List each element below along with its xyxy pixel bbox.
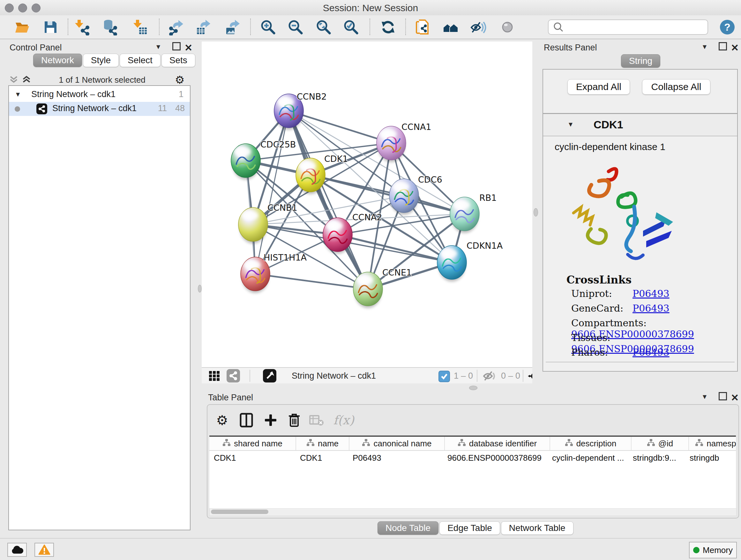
selected-checkbox-icon[interactable]: [439, 371, 450, 382]
cell-database-identifier[interactable]: 9606.ENSP00000378699: [443, 451, 548, 465]
add-column-button[interactable]: [260, 410, 281, 430]
delete-column-button[interactable]: [284, 410, 305, 430]
zoom-fit-button[interactable]: [315, 18, 333, 36]
zoom-selected-button[interactable]: [342, 18, 360, 36]
memory-button[interactable]: Memory: [689, 542, 737, 558]
section-collapse-icon[interactable]: ▾: [569, 120, 572, 129]
export-network-button[interactable]: [167, 18, 185, 36]
panel-menu-button[interactable]: ▾: [156, 42, 160, 51]
zoom-in-button[interactable]: [259, 18, 277, 36]
splitter-handle[interactable]: [469, 386, 477, 390]
network-share-icon[interactable]: [226, 369, 240, 382]
edge-CCNB2-CCNA1[interactable]: [289, 111, 391, 143]
panel-menu-button[interactable]: ▾: [703, 42, 706, 51]
node-CDKN1A[interactable]: CDKN1A: [437, 241, 503, 282]
first-neighbors-button[interactable]: [442, 18, 460, 36]
panel-float-button[interactable]: [719, 42, 727, 53]
hidden-eye-icon[interactable]: [482, 370, 496, 382]
expand-all-button[interactable]: Expand All: [567, 79, 630, 95]
import-table-from-file-button[interactable]: [131, 18, 149, 36]
panel-menu-button[interactable]: ▾: [703, 392, 706, 401]
column-header-namespace[interactable]: namespace: [689, 437, 736, 450]
cell-description[interactable]: cyclin-dependent ...: [548, 451, 628, 465]
node-CDC25B[interactable]: CDC25B: [231, 139, 296, 180]
network-row-selected[interactable]: String Network – cdk1 11 48: [9, 102, 190, 116]
scrollbar-thumb[interactable]: [211, 509, 268, 514]
hide-selected-button[interactable]: [469, 18, 487, 36]
network-collection-row[interactable]: ▾ String Network – cdk1 1: [9, 88, 190, 102]
grid-view-icon[interactable]: [209, 371, 220, 381]
save-session-button[interactable]: [42, 18, 59, 36]
splitter-handle[interactable]: [198, 285, 202, 293]
node-CCNE1[interactable]: CCNE1: [353, 267, 412, 308]
network-canvas[interactable]: CCNB2CCNA1CDC25BCDK1CDC6RB1CCNB1CCNA2CDK…: [202, 42, 532, 383]
cloud-status-button[interactable]: [7, 543, 27, 557]
tab-string[interactable]: String: [621, 54, 660, 68]
panel-close-button[interactable]: ✕: [185, 42, 192, 53]
column-header-description[interactable]: description: [550, 437, 631, 450]
new-network-from-selection-button[interactable]: [414, 18, 432, 36]
vertical-splitter[interactable]: [198, 42, 202, 538]
panel-float-button[interactable]: [172, 42, 181, 53]
import-network-from-file-button[interactable]: [74, 18, 92, 36]
column-header-shared-name[interactable]: shared name: [209, 437, 296, 450]
show-all-button[interactable]: [498, 18, 516, 36]
tab-select[interactable]: Select: [120, 54, 160, 67]
panel-close-button[interactable]: ✕: [731, 392, 739, 403]
column-header-canonical-name[interactable]: canonical name: [349, 437, 445, 450]
search-input[interactable]: [566, 21, 705, 33]
crosslink-value-link[interactable]: P06493: [632, 288, 670, 299]
export-image-button[interactable]: [224, 18, 242, 36]
crosslink-value-link[interactable]: P06493: [632, 347, 670, 358]
apply-layout-button[interactable]: [379, 18, 397, 36]
horizontal-splitter[interactable]: [202, 383, 741, 391]
cell-canonical-name[interactable]: P06493: [348, 451, 443, 465]
tab-network-table[interactable]: Network Table: [501, 521, 574, 535]
node-HIST1H1A[interactable]: HIST1H1A: [241, 253, 307, 293]
zoom-out-button[interactable]: [286, 18, 305, 36]
open-in-window-icon[interactable]: [263, 369, 276, 382]
cell-namespace[interactable]: stringdb: [685, 451, 736, 465]
edge-CCNB2-HIST1H1A[interactable]: [255, 111, 289, 274]
expand-all-icon[interactable]: [22, 75, 31, 84]
node-CCNB2[interactable]: CCNB2: [274, 91, 327, 130]
table-row[interactable]: CDK1CDK1P064939606.ENSP00000378699cyclin…: [209, 451, 736, 465]
panel-float-button[interactable]: [719, 392, 727, 402]
gear-icon[interactable]: ⚙: [175, 73, 185, 86]
node-CDK1[interactable]: CDK1: [296, 154, 348, 194]
collapse-all-button[interactable]: Collapse All: [642, 79, 711, 95]
tab-edge-table[interactable]: Edge Table: [440, 521, 500, 535]
table-settings-button[interactable]: ⚙: [212, 410, 232, 430]
cell-shared-name[interactable]: CDK1: [209, 451, 295, 465]
network-graph[interactable]: CCNB2CCNA1CDC25BCDK1CDC6RB1CCNB1CCNA2CDK…: [202, 42, 532, 367]
collection-expand-icon[interactable]: ▾: [16, 90, 20, 99]
cell--id[interactable]: stringdb:9...: [628, 451, 685, 465]
node-CCNB1[interactable]: CCNB1: [239, 203, 297, 244]
open-session-button[interactable]: [13, 18, 31, 36]
panel-close-button[interactable]: ✕: [731, 42, 739, 53]
tab-sets[interactable]: Sets: [161, 54, 195, 67]
import-network-from-database-button[interactable]: [102, 18, 119, 36]
refresh-icon: [380, 19, 396, 36]
column-header--id[interactable]: @id: [631, 437, 689, 450]
show-columns-button[interactable]: [236, 410, 257, 430]
delete-table-button-disabled[interactable]: [307, 410, 327, 430]
crosslink-value-link[interactable]: P06493: [632, 303, 670, 314]
column-header-name[interactable]: name: [296, 437, 349, 450]
edge-CCNE1-HIST1H1A[interactable]: [255, 274, 368, 289]
node-RB1[interactable]: RB1: [450, 193, 496, 233]
column-header-database-identifier[interactable]: database identifier: [445, 437, 550, 450]
tab-style[interactable]: Style: [83, 54, 119, 67]
tab-network[interactable]: Network: [33, 54, 82, 67]
node-CDC6[interactable]: CDC6: [389, 175, 442, 215]
tab-node-table[interactable]: Node Table: [378, 521, 439, 535]
vertical-splitter[interactable]: [532, 42, 539, 383]
splitter-handle[interactable]: [534, 208, 538, 216]
cell-name[interactable]: CDK1: [295, 451, 348, 465]
collapse-all-icon[interactable]: [9, 75, 18, 84]
warnings-button[interactable]: [35, 543, 54, 557]
help-button[interactable]: ?: [720, 20, 735, 35]
export-table-button[interactable]: [195, 18, 212, 36]
horizontal-scrollbar[interactable]: [209, 508, 737, 516]
function-builder-button-disabled[interactable]: f(x): [329, 410, 358, 430]
